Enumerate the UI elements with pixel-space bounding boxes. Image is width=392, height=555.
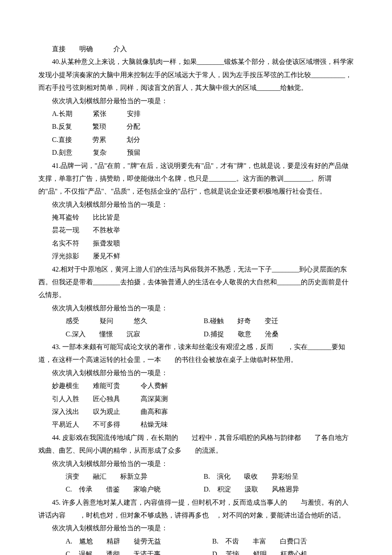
q44-options-row1: 演变 融汇 标新立异 B. 演化 吸收 异彩纷呈 [38,470,354,483]
exam-page: 直接 明确 介入 40.从某种意义上来说，大脑就像肌肉一样，如果________… [0,0,392,555]
q44-option-d: D. 积淀 汲取 风格迥异 [190,483,299,496]
q44-option-a: 演变 融汇 标新立异 [52,470,188,483]
q40-option-a: A.长期 紧张 安排 [38,107,354,120]
q41-prompt: 依次填入划横线部分最恰当的一项是： [38,198,354,211]
q43-option-a: 妙趣横生 难能可贵 令人费解 [38,379,354,392]
q42-text: 42.相对于中原地区，黄河上游人们的生活与风俗我并不熟悉，无法一下子______… [38,263,354,302]
q40-prompt: 依次填入划横线部分最恰当的一项是： [38,95,354,107]
q45-prompt: 依次填入划横线部分最恰当的一项是： [38,522,354,535]
q43-option-d: 平易近人 不可多得 枯燥无味 [38,418,354,431]
q44-prompt: 依次填入划横线部分最恰当的一项是： [38,457,354,470]
q43-option-b: 引人入胜 匠心独具 高深莫测 [38,393,354,405]
q42-options-row2: C.深入 懂憬 沉寂 D.捕捉 敬意 沧桑 [38,328,354,341]
q44-options-row2: C. 传承 借鉴 家喻户晓 D. 积淀 汲取 风格迥异 [38,483,354,496]
q45-options-row2: C. 误解 透彻 无济于事 D. 苦恼 鲜明 枉费心机 [38,548,354,555]
q42-option-c: C.深入 懂憬 沉寂 [52,328,188,341]
q42-option-d: D.捕捉 敬意 沧桑 [190,328,279,341]
q44-option-c: C. 传承 借鉴 家喻户晓 [52,483,188,496]
q42-option-b: B.碰触 好奇 变迁 [190,315,278,327]
q40-option-d: D.刻意 复杂 预留 [38,146,354,159]
q40-option-b: B.反复 繁琐 分配 [38,120,354,133]
q40-text: 40.从某种意义上来说，大脑就像肌肉一样，如果________锻炼某个部分，就会… [38,55,354,94]
q41-option-d: 浮光掠影 屡见不鲜 [38,250,354,263]
q45-option-d: D. 苦恼 鲜明 枉费心机 [199,548,308,555]
q42-prompt: 依次填入划横线部分最恰当的一项是： [38,302,354,315]
q45-options-row1: A. 尴尬 精辟 徒劳无益 B. 不齿 丰富 白费口舌 [38,535,354,548]
q45-option-b: B. 不齿 丰富 白费口舌 [199,535,307,548]
q43-prompt: 依次填入划横线部分最恰当的一项是： [38,367,354,379]
q39-option-d-tail: 直接 明确 介入 [38,43,354,55]
q41-option-b: 昙花一现 不胜枚举 [38,224,354,237]
q40-option-c: C.直接 劳累 划分 [38,133,354,146]
q41-option-c: 名实不符 振聋发聩 [38,237,354,250]
q43-option-c: 深入浅出 叹为观止 曲高和寡 [38,405,354,418]
q44-option-b: B. 演化 吸收 异彩纷呈 [190,470,299,483]
q41-option-a: 掩耳盗铃 比比皆是 [38,211,354,224]
q44-text: 44. 皮影戏在我国流传地域广阔，在长期的 过程中，其音乐唱腔的风格与韵律都 了… [38,431,354,457]
q45-option-c: C. 误解 透彻 无济于事 [52,548,197,555]
q42-option-a: 感受 疑问 悠久 [52,315,188,327]
q45-text: 45. 许多人善意地对某人建言，内容值得一提，但时机不对，反而造成当事人的 与羞… [38,496,354,522]
q43-text: 43. 一部本来颇有可能写成论文状的著作，读来却丝毫没有艰涩之感，反而 ，实在_… [38,341,354,367]
q41-text: 41.品牌一词，"品"在前，"牌"在后，这说明要先有"品"，才有"牌"，也就是说… [38,159,354,198]
q42-options-row1: 感受 疑问 悠久 B.碰触 好奇 变迁 [38,315,354,327]
q45-option-a: A. 尴尬 精辟 徒劳无益 [52,535,197,548]
